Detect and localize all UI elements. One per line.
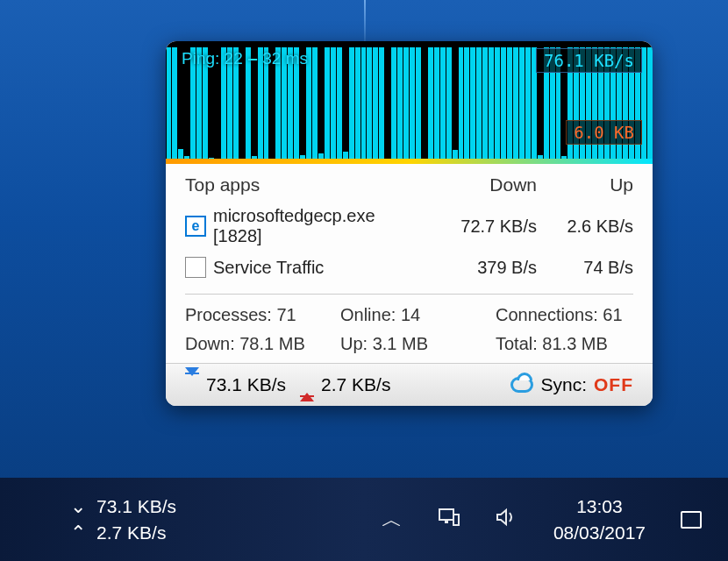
download-arrow-icon bbox=[185, 373, 199, 397]
sync-toggle[interactable]: Sync: OFF bbox=[510, 374, 633, 395]
footer-down-value: 73.1 KB/s bbox=[206, 374, 286, 395]
stat-down-total: Down: 78.1 MB bbox=[185, 334, 323, 354]
stat-up-total: Up: 3.1 MB bbox=[340, 334, 478, 354]
svg-rect-1 bbox=[445, 520, 448, 523]
sync-label: Sync: bbox=[540, 374, 587, 395]
throughput-graph[interactable]: Ping: 22 ‒ 32 ms 76.1 KB/s 6.0 KB bbox=[166, 41, 653, 164]
cloud-icon bbox=[510, 377, 533, 393]
app-down: 379 B/s bbox=[423, 258, 537, 278]
tray-expand-icon[interactable]: ︿ bbox=[382, 506, 403, 534]
taskbar-net-rates[interactable]: ⌄ 73.1 KB/s ⌃ 2.7 KB/s bbox=[70, 495, 176, 544]
taskbar[interactable]: ⌄ 73.1 KB/s ⌃ 2.7 KB/s ︿ 13:03 08/03/201… bbox=[0, 478, 728, 561]
stat-processes: Processes: 71 bbox=[185, 305, 323, 325]
app-name: Service Traffic bbox=[213, 258, 423, 278]
graph-baseline bbox=[166, 159, 653, 164]
footer-up-rate[interactable]: 2.7 KB/s bbox=[300, 373, 390, 397]
network-icon[interactable] bbox=[438, 508, 460, 532]
volume-icon[interactable] bbox=[496, 508, 518, 532]
action-center-icon[interactable] bbox=[681, 511, 702, 529]
header-up[interactable]: Up bbox=[537, 174, 633, 195]
upload-arrow-icon bbox=[300, 373, 314, 397]
taskbar-clock[interactable]: 13:03 08/03/2017 bbox=[553, 494, 646, 545]
footer-up-value: 2.7 KB/s bbox=[321, 374, 390, 395]
stats-grid: Processes: 71 Online: 14 Connections: 61… bbox=[185, 305, 633, 354]
widget-body: Top apps Down Up e microsoftedgecp.exe [… bbox=[166, 164, 653, 363]
chevron-up-icon: ⌃ bbox=[70, 522, 86, 544]
widget-footer: 73.1 KB/s 2.7 KB/s Sync: OFF bbox=[166, 363, 653, 406]
apps-table-header: Top apps Down Up bbox=[185, 174, 633, 201]
network-monitor-widget: Ping: 22 ‒ 32 ms 76.1 KB/s 6.0 KB Top ap… bbox=[166, 41, 653, 406]
stat-total: Total: 81.3 MB bbox=[496, 334, 633, 354]
stat-connections: Connections: 61 bbox=[496, 305, 633, 325]
footer-down-rate[interactable]: 73.1 KB/s bbox=[185, 373, 286, 397]
app-up: 74 B/s bbox=[537, 258, 633, 278]
taskbar-up-rate: 2.7 KB/s bbox=[96, 522, 166, 543]
chevron-down-icon: ⌄ bbox=[70, 495, 86, 518]
svg-rect-0 bbox=[439, 509, 453, 520]
ping-label: Ping: 22 ‒ 32 ms bbox=[182, 48, 308, 68]
taskbar-date: 08/03/2017 bbox=[553, 520, 646, 545]
app-name: microsoftedgecp.exe [1828] bbox=[213, 206, 423, 246]
divider bbox=[185, 294, 633, 295]
taskbar-down-rate: 73.1 KB/s bbox=[96, 496, 176, 517]
graph-down-rate-badge: 76.1 KB/s bbox=[536, 48, 642, 73]
svg-rect-2 bbox=[453, 515, 459, 525]
table-row[interactable]: Service Traffic 379 B/s 74 B/s bbox=[185, 252, 633, 283]
app-down: 72.7 KB/s bbox=[423, 217, 537, 237]
sync-state: OFF bbox=[594, 374, 633, 395]
graph-up-rate-badge: 6.0 KB bbox=[566, 120, 642, 145]
table-row[interactable]: e microsoftedgecp.exe [1828] 72.7 KB/s 2… bbox=[185, 201, 633, 252]
edge-icon: e bbox=[185, 216, 206, 237]
app-up: 2.6 KB/s bbox=[537, 217, 633, 237]
header-down[interactable]: Down bbox=[423, 174, 537, 195]
header-app[interactable]: Top apps bbox=[185, 174, 423, 195]
taskbar-time: 13:03 bbox=[553, 494, 646, 519]
stat-online: Online: 14 bbox=[340, 305, 478, 325]
file-icon bbox=[185, 257, 206, 278]
